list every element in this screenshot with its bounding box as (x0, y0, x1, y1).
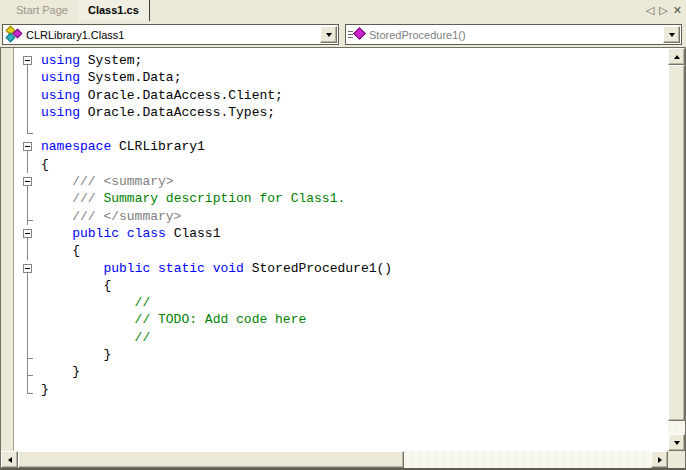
code-text: /// Summary description for Class1. (41, 191, 345, 207)
code-line[interactable]: /// <summary> (1, 173, 668, 190)
code-line[interactable]: { (1, 156, 668, 173)
fold-toggle-icon[interactable] (23, 56, 32, 65)
code-text: using Oracle.DataAccess.Client; (41, 88, 283, 104)
members-dropdown-value: StoredProcedure1() (366, 29, 663, 41)
code-line[interactable]: /// Summary description for Class1. (1, 190, 668, 207)
horizontal-scrollbar-thumb[interactable] (18, 451, 404, 468)
code-text: { (41, 157, 49, 173)
code-text: // TODO: Add code here (41, 312, 306, 328)
chevron-down-icon[interactable] (663, 26, 680, 43)
code-text: using System; (41, 53, 142, 69)
code-line[interactable]: public static void StoredProcedure1() (1, 260, 668, 277)
vertical-scrollbar-thumb[interactable] (668, 65, 685, 421)
code-line[interactable]: public class Class1 (1, 225, 668, 242)
code-line[interactable]: } (1, 381, 668, 398)
navigate-forward-icon[interactable]: ▷ (659, 0, 667, 21)
horizontal-scrollbar[interactable] (1, 451, 668, 468)
code-text: } (41, 382, 49, 398)
code-text: // (41, 330, 150, 346)
code-lines: using System;using System.Data;using Ora… (1, 48, 668, 398)
code-editor-surface[interactable]: using System;using System.Data;using Ora… (1, 48, 668, 451)
vs-code-editor-window: { "window": { "nav_back_icon": "◁", "nav… (0, 0, 686, 470)
method-icon (348, 26, 366, 43)
fold-toggle-icon[interactable] (23, 229, 32, 238)
code-line[interactable]: } (1, 363, 668, 380)
tab-start-page[interactable]: Start Page (6, 0, 78, 21)
code-line[interactable]: // TODO: Add code here (1, 311, 668, 328)
scroll-down-button[interactable] (668, 434, 685, 451)
close-icon[interactable]: ✕ (673, 0, 682, 21)
code-text: public class Class1 (41, 226, 220, 242)
fold-toggle-icon[interactable] (23, 264, 32, 273)
code-line[interactable]: // (1, 294, 668, 311)
code-line[interactable]: } (1, 346, 668, 363)
code-line[interactable]: using System; (1, 52, 668, 69)
scrollbar-corner (668, 451, 685, 468)
code-text: } (41, 347, 111, 363)
tab-class1-cs[interactable]: Class1.cs (78, 0, 150, 21)
vertical-scrollbar[interactable] (668, 48, 685, 451)
fold-toggle-icon[interactable] (23, 142, 32, 151)
code-line[interactable]: using Oracle.DataAccess.Client; (1, 87, 668, 104)
navigate-back-icon[interactable]: ◁ (646, 0, 654, 21)
code-text: { (41, 243, 80, 259)
code-line[interactable]: using Oracle.DataAccess.Types; (1, 104, 668, 121)
code-text: /// <summary> (41, 174, 174, 190)
code-line[interactable] (1, 121, 668, 138)
code-line[interactable]: { (1, 242, 668, 259)
types-dropdown-value: CLRLibrary1.Class1 (23, 29, 320, 41)
code-navigation-bar: CLRLibrary1.Class1 StoredProcedure1() (0, 21, 686, 47)
document-tab-strip: Start Page Class1.cs (0, 0, 686, 22)
code-text: { (41, 278, 111, 294)
code-line[interactable]: namespace CLRLibrary1 (1, 138, 668, 155)
code-text: public static void StoredProcedure1() (41, 261, 392, 277)
scroll-up-button[interactable] (668, 48, 685, 65)
code-line[interactable]: { (1, 277, 668, 294)
code-text: using Oracle.DataAccess.Types; (41, 105, 275, 121)
code-text: } (41, 364, 80, 380)
scroll-left-button[interactable] (1, 451, 18, 468)
chevron-down-icon[interactable] (320, 26, 337, 43)
code-text: namespace CLRLibrary1 (41, 139, 205, 155)
fold-toggle-icon[interactable] (23, 177, 32, 186)
code-text: // (41, 295, 150, 311)
class-icon (5, 26, 23, 43)
code-editor: using System;using System.Data;using Ora… (0, 47, 686, 470)
code-line[interactable]: using System.Data; (1, 69, 668, 86)
scroll-right-button[interactable] (651, 451, 668, 468)
types-dropdown[interactable]: CLRLibrary1.Class1 (2, 24, 339, 45)
code-text: /// </summary> (41, 209, 181, 225)
document-nav-buttons: ◁ ▷ ✕ (646, 0, 682, 21)
members-dropdown[interactable]: StoredProcedure1() (345, 24, 682, 45)
code-line[interactable]: /// </summary> (1, 208, 668, 225)
code-line[interactable]: // (1, 329, 668, 346)
code-text: using System.Data; (41, 70, 181, 86)
